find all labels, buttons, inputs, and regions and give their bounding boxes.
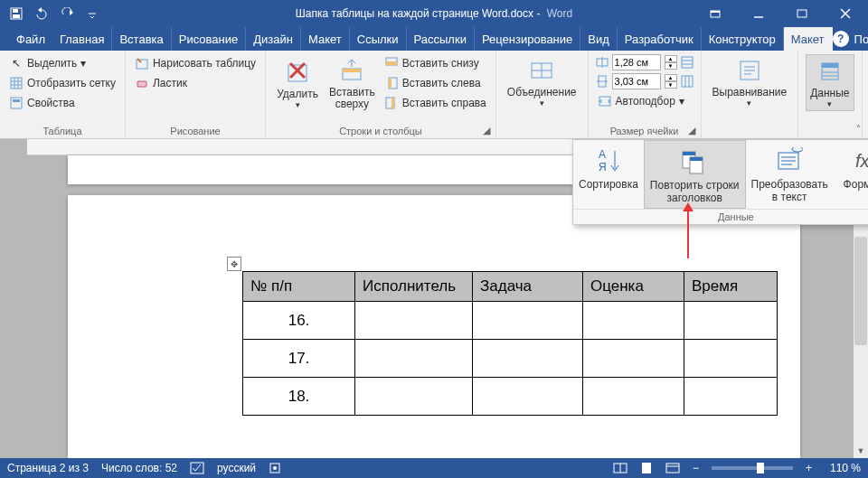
tab-home[interactable]: Главная xyxy=(52,27,112,51)
chevron-down-icon: ▾ xyxy=(747,98,751,108)
table-header-cell[interactable]: № п/п xyxy=(243,272,355,302)
zoom-percent[interactable]: 110 % xyxy=(825,462,861,474)
collapse-ribbon-button[interactable]: ˄ xyxy=(852,122,864,135)
dialog-launcher-icon[interactable]: ◢ xyxy=(686,125,697,136)
view-web-layout[interactable] xyxy=(665,462,680,474)
zoom-slider[interactable] xyxy=(712,466,793,470)
scroll-thumb[interactable] xyxy=(854,237,867,345)
zoom-in-button[interactable]: + xyxy=(806,462,812,474)
height-spin-up[interactable]: ▲ xyxy=(665,55,677,62)
svg-rect-14 xyxy=(11,98,22,108)
tab-layout[interactable]: Макет xyxy=(301,27,350,51)
insert-left-icon xyxy=(384,76,399,90)
repeat-header-rows-button[interactable]: Повторить строки заголовков xyxy=(644,140,746,209)
formula-button[interactable]: fх Формула xyxy=(834,140,868,209)
insert-right-icon xyxy=(384,96,399,110)
help-label[interactable]: Помощь... xyxy=(854,33,868,46)
svg-rect-22 xyxy=(343,69,361,72)
group-merge-label xyxy=(504,135,580,136)
help-area: ? Помощь... xyxy=(833,27,868,51)
tab-file[interactable]: Файл xyxy=(9,27,52,51)
table-header-row[interactable]: № п/п Исполнитель Задача Оценка Время xyxy=(243,272,778,302)
tab-view[interactable]: Вид xyxy=(580,27,618,51)
tab-table-design[interactable]: Конструктор xyxy=(702,27,784,51)
table-row[interactable]: 17. xyxy=(243,340,778,378)
select-button[interactable]: ↖Выделить ▾ xyxy=(7,54,118,72)
tab-table-layout[interactable]: Макет xyxy=(784,27,833,51)
tab-review[interactable]: Рецензирование xyxy=(475,27,580,51)
table-row[interactable]: 18. xyxy=(243,378,778,416)
svg-rect-4 xyxy=(711,11,720,13)
grid-icon xyxy=(9,76,24,90)
width-spin-down[interactable]: ▼ xyxy=(665,81,677,89)
tell-me-icon[interactable]: ? xyxy=(833,31,849,47)
group-rows-cols-label: Строки и столбцы◢ xyxy=(273,124,488,136)
distribute-cols-icon[interactable] xyxy=(681,75,693,88)
maximize-button[interactable] xyxy=(781,1,823,26)
redo-button[interactable] xyxy=(56,3,78,24)
word-count[interactable]: Число слов: 52 xyxy=(101,462,177,474)
table-move-handle[interactable]: ✥ xyxy=(227,257,241,271)
convert-to-text-button[interactable]: Преобразовать в текст xyxy=(746,140,834,209)
insert-left-button[interactable]: Вставить слева xyxy=(382,74,488,92)
width-spin-up[interactable]: ▲ xyxy=(665,74,677,81)
language-indicator[interactable]: русский xyxy=(217,462,256,474)
row-height-input[interactable] xyxy=(612,54,661,70)
zoom-thumb[interactable] xyxy=(757,463,764,473)
spellcheck-icon[interactable] xyxy=(190,462,204,474)
close-button[interactable] xyxy=(825,1,866,26)
eraser-button[interactable]: Ластик xyxy=(133,74,258,92)
autofit-button[interactable]: Автоподбор ▾ xyxy=(596,92,693,110)
view-read-mode[interactable] xyxy=(613,462,627,474)
tab-insert[interactable]: Вставка xyxy=(112,27,171,51)
svg-rect-35 xyxy=(682,57,693,68)
undo-button[interactable] xyxy=(31,3,52,24)
table-header-cell[interactable]: Исполнитель xyxy=(355,272,473,302)
document-table[interactable]: № п/п Исполнитель Задача Оценка Время 16… xyxy=(242,271,778,416)
view-print-layout[interactable] xyxy=(640,462,653,474)
tab-design[interactable]: Дизайн xyxy=(246,27,301,51)
formula-icon: fх xyxy=(851,145,868,176)
zoom-out-button[interactable]: − xyxy=(693,462,699,474)
row-height-field[interactable]: ▲▼ xyxy=(596,54,693,70)
tab-developer[interactable]: Разработчик xyxy=(618,27,702,51)
macro-record-icon[interactable] xyxy=(269,462,281,474)
tab-mailings[interactable]: Рассылки xyxy=(407,27,475,51)
dialog-launcher-icon[interactable]: ◢ xyxy=(481,125,492,136)
table-header-cell[interactable]: Время xyxy=(684,272,778,302)
properties-button[interactable]: Свойства xyxy=(7,94,118,112)
col-width-field[interactable]: ▲▼ xyxy=(596,73,693,89)
draw-table-button[interactable]: Нарисовать таблицу xyxy=(133,54,258,72)
page-indicator[interactable]: Страница 2 из 3 xyxy=(7,462,89,474)
alignment-menu-button[interactable]: Выравнивание▾ xyxy=(709,54,791,109)
insert-below-button[interactable]: Вставить снизу xyxy=(382,54,488,72)
table-row[interactable]: 16. xyxy=(243,302,778,340)
tab-draw[interactable]: Рисование xyxy=(172,27,246,51)
delete-icon xyxy=(283,58,312,87)
svg-rect-69 xyxy=(642,463,651,473)
sort-icon: АЯ xyxy=(593,145,624,176)
chevron-down-icon: ▾ xyxy=(80,57,86,70)
tab-references[interactable]: Ссылки xyxy=(350,27,407,51)
merge-menu-button[interactable]: Объединение▾ xyxy=(504,54,580,109)
delete-button[interactable]: Удалить▾ xyxy=(273,54,322,112)
data-menu-button[interactable]: Данные▾ xyxy=(806,54,854,111)
col-width-input[interactable] xyxy=(612,73,661,89)
qat-customize-button[interactable] xyxy=(81,3,103,24)
table-header-cell[interactable]: Задача xyxy=(473,272,583,302)
col-width-icon xyxy=(596,75,609,88)
distribute-rows-icon[interactable] xyxy=(681,56,693,69)
group-rows-cols: Удалить▾ Вставить сверху Вставить снизу … xyxy=(266,51,496,138)
insert-right-button[interactable]: Вставить справа xyxy=(382,94,488,112)
insert-above-button[interactable]: Вставить сверху xyxy=(326,54,379,112)
view-gridlines-button[interactable]: Отобразить сетку xyxy=(7,74,118,92)
svg-rect-16 xyxy=(137,60,147,69)
sort-button[interactable]: АЯ Сортировка xyxy=(573,140,644,209)
save-button[interactable] xyxy=(5,3,27,24)
table-header-cell[interactable]: Оценка xyxy=(583,272,684,302)
svg-rect-25 xyxy=(386,61,397,65)
height-spin-down[interactable]: ▼ xyxy=(665,62,677,70)
scroll-down-button[interactable]: ▼ xyxy=(854,444,868,458)
minimize-button[interactable] xyxy=(738,1,779,26)
ribbon-options-button[interactable] xyxy=(694,1,736,26)
